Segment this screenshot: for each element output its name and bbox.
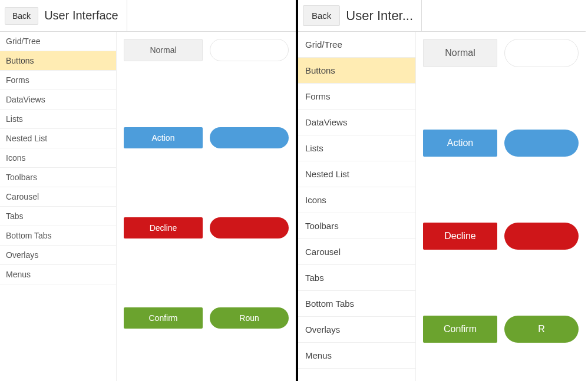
action-button[interactable]: Action bbox=[124, 127, 203, 148]
sidebar-item[interactable]: Buttons bbox=[298, 58, 415, 84]
round-decline-button[interactable] bbox=[210, 217, 289, 238]
sidebar-item[interactable]: Buttons bbox=[0, 51, 116, 71]
header: Back User Inter... bbox=[298, 0, 586, 32]
spacer bbox=[124, 155, 289, 217]
sidebar-item[interactable]: Forms bbox=[0, 71, 116, 90]
sidebar-item[interactable]: Carousel bbox=[0, 187, 116, 207]
round-decline-button[interactable] bbox=[504, 223, 579, 250]
sidebar-item[interactable]: Bottom Tabs bbox=[298, 291, 415, 317]
spacer bbox=[423, 164, 579, 223]
round-confirm-button[interactable]: R bbox=[504, 316, 579, 343]
body: Grid/TreeButtonsFormsDataViewsListsNeste… bbox=[298, 32, 586, 381]
button-row-action: Action bbox=[423, 130, 579, 157]
sidebar-item[interactable]: Grid/Tree bbox=[0, 32, 116, 51]
sidebar-item[interactable]: DataViews bbox=[0, 90, 116, 110]
sidebar-item[interactable]: Icons bbox=[0, 148, 116, 168]
sidebar-item[interactable]: Overlays bbox=[0, 246, 116, 265]
sidebar-item[interactable]: Overlays bbox=[298, 317, 415, 343]
header-divider bbox=[127, 0, 127, 31]
button-row-decline: Decline bbox=[423, 223, 579, 250]
normal-button[interactable]: Normal bbox=[124, 39, 203, 61]
button-row-decline: Decline bbox=[124, 217, 289, 238]
round-normal-button[interactable] bbox=[504, 39, 579, 67]
action-button[interactable]: Action bbox=[423, 130, 497, 157]
panel-right: Back User Inter... Grid/TreeButtonsForms… bbox=[298, 0, 586, 381]
spacer bbox=[124, 68, 289, 127]
sidebar-item[interactable]: Menus bbox=[0, 265, 116, 284]
page-title: User Inter... bbox=[346, 8, 413, 24]
sidebar-item[interactable]: DataViews bbox=[298, 110, 415, 135]
round-confirm-button[interactable]: Roun bbox=[210, 307, 289, 329]
button-row-confirm: Confirm Roun bbox=[124, 307, 289, 329]
content: Normal Action Decline Confirm R bbox=[416, 32, 586, 381]
spacer bbox=[124, 246, 289, 307]
sidebar-item[interactable]: Forms bbox=[298, 84, 415, 110]
decline-button[interactable]: Decline bbox=[423, 223, 497, 250]
sidebar-item[interactable]: Icons bbox=[298, 187, 415, 213]
sidebar-item[interactable]: Nested List bbox=[0, 129, 116, 148]
header-divider bbox=[421, 0, 422, 31]
sidebar-item[interactable]: Lists bbox=[0, 110, 116, 129]
sidebar[interactable]: Grid/TreeButtonsFormsDataViewsListsNeste… bbox=[298, 32, 416, 381]
button-row-normal: Normal bbox=[124, 39, 289, 61]
button-row-normal: Normal bbox=[423, 39, 579, 67]
sidebar-item[interactable]: Bottom Tabs bbox=[0, 226, 116, 246]
sidebar-item[interactable]: Toolbars bbox=[298, 213, 415, 239]
button-row-action: Action bbox=[124, 127, 289, 148]
spacer bbox=[423, 257, 579, 316]
panel-left: Back User Interface Grid/TreeButtonsForm… bbox=[0, 0, 298, 381]
decline-button[interactable]: Decline bbox=[124, 217, 203, 238]
back-button[interactable]: Back bbox=[5, 7, 38, 25]
round-normal-button[interactable] bbox=[210, 39, 289, 61]
button-row-confirm: Confirm R bbox=[423, 316, 579, 343]
sidebar[interactable]: Grid/TreeButtonsFormsDataViewsListsNeste… bbox=[0, 32, 117, 381]
sidebar-item[interactable]: Tabs bbox=[298, 265, 415, 291]
header: Back User Interface bbox=[0, 0, 296, 32]
spacer bbox=[423, 74, 579, 130]
back-button[interactable]: Back bbox=[303, 5, 340, 26]
sidebar-item[interactable]: Nested List bbox=[298, 161, 415, 187]
normal-button[interactable]: Normal bbox=[423, 39, 497, 67]
sidebar-item[interactable]: Grid/Tree bbox=[298, 32, 415, 58]
page-title: User Interface bbox=[44, 9, 118, 22]
sidebar-item[interactable]: Lists bbox=[298, 135, 415, 161]
confirm-button[interactable]: Confirm bbox=[124, 307, 203, 329]
sidebar-item[interactable]: Tabs bbox=[0, 207, 116, 226]
sidebar-item[interactable]: Toolbars bbox=[0, 168, 116, 187]
content: Normal Action Decline Confirm Roun bbox=[117, 32, 296, 381]
round-action-button[interactable] bbox=[504, 130, 579, 157]
body: Grid/TreeButtonsFormsDataViewsListsNeste… bbox=[0, 32, 296, 381]
round-action-button[interactable] bbox=[210, 127, 289, 148]
sidebar-item[interactable]: Carousel bbox=[298, 239, 415, 265]
confirm-button[interactable]: Confirm bbox=[423, 316, 497, 343]
sidebar-item[interactable]: Menus bbox=[298, 343, 415, 369]
